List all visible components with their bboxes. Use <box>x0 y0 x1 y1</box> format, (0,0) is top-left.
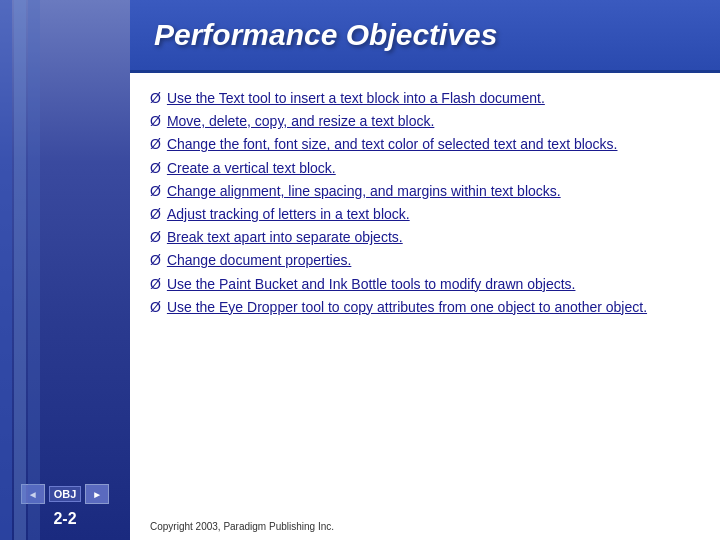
objective-link[interactable]: Create a vertical text block. <box>167 159 336 177</box>
list-arrow-icon: Ø <box>150 89 161 107</box>
list-item: ØAdjust tracking of letters in a text bl… <box>150 205 700 223</box>
list-item: ØCreate a vertical text block. <box>150 159 700 177</box>
objective-link[interactable]: Use the Eye Dropper tool to copy attribu… <box>167 298 647 316</box>
list-arrow-icon: Ø <box>150 275 161 293</box>
nav-controls: ◄ OBJ ► <box>21 484 110 504</box>
slide-number: 2-2 <box>53 510 76 528</box>
objective-link[interactable]: Use the Text tool to insert a text block… <box>167 89 545 107</box>
list-arrow-icon: Ø <box>150 159 161 177</box>
title-bar: Performance Objectives <box>130 0 720 73</box>
list-item: ØUse the Eye Dropper tool to copy attrib… <box>150 298 700 316</box>
prev-button[interactable]: ◄ <box>21 484 45 504</box>
list-arrow-icon: Ø <box>150 251 161 269</box>
list-arrow-icon: Ø <box>150 135 161 153</box>
objective-link[interactable]: Change alignment, line spacing, and marg… <box>167 182 561 200</box>
list-item: ØUse the Paint Bucket and Ink Bottle too… <box>150 275 700 293</box>
page-title: Performance Objectives <box>154 18 696 52</box>
objective-link[interactable]: Adjust tracking of letters in a text blo… <box>167 205 410 223</box>
objective-link[interactable]: Change document properties. <box>167 251 351 269</box>
objective-link[interactable]: Break text apart into separate objects. <box>167 228 403 246</box>
main-content: Performance Objectives ØUse the Text too… <box>130 0 720 540</box>
objective-link[interactable]: Use the Paint Bucket and Ink Bottle tool… <box>167 275 576 293</box>
list-arrow-icon: Ø <box>150 205 161 223</box>
list-item: ØChange the font, font size, and text co… <box>150 135 700 153</box>
obj-label: OBJ <box>49 486 82 502</box>
content-area: ØUse the Text tool to insert a text bloc… <box>130 73 720 540</box>
list-item: ØMove, delete, copy, and resize a text b… <box>150 112 700 130</box>
objective-link[interactable]: Move, delete, copy, and resize a text bl… <box>167 112 434 130</box>
list-arrow-icon: Ø <box>150 298 161 316</box>
next-button[interactable]: ► <box>85 484 109 504</box>
objectives-list: ØUse the Text tool to insert a text bloc… <box>150 89 700 321</box>
list-arrow-icon: Ø <box>150 228 161 246</box>
list-arrow-icon: Ø <box>150 112 161 130</box>
list-arrow-icon: Ø <box>150 182 161 200</box>
list-item: ØChange alignment, line spacing, and mar… <box>150 182 700 200</box>
objective-link[interactable]: Change the font, font size, and text col… <box>167 135 618 153</box>
list-item: ØBreak text apart into separate objects. <box>150 228 700 246</box>
list-item: ØChange document properties. <box>150 251 700 269</box>
list-item: ØUse the Text tool to insert a text bloc… <box>150 89 700 107</box>
copyright-text: Copyright 2003, Paradigm Publishing Inc. <box>150 517 700 532</box>
